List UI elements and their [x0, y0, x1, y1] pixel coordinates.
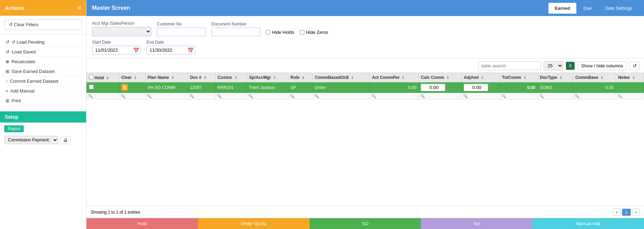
filter-role: 🔍: [288, 93, 313, 99]
cell-hold: [87, 82, 119, 93]
col-act-comm-per[interactable]: Act CommPer ⇕: [370, 73, 419, 82]
col-calc-comm[interactable]: Calc Comm ⇕: [419, 73, 462, 82]
hold-checkbox[interactable]: [89, 84, 94, 89]
setup-section-header: Setup: [0, 111, 86, 123]
commit-earned-item[interactable]: ↑ Commit Earned Dataset: [4, 76, 82, 86]
tab-date-settings[interactable]: Date Settings: [599, 3, 638, 14]
hide-zeros-group: Hide Zeros: [300, 30, 328, 36]
col-doc-num[interactable]: Doc # ⇕: [188, 73, 215, 82]
col-hold[interactable]: Hold ⇕: [87, 73, 119, 82]
cell-plan-name: 5% SO COMM: [145, 82, 188, 93]
print-setup-button[interactable]: 🖨: [60, 136, 70, 144]
col-role[interactable]: Role ⇕: [288, 73, 313, 82]
table-wrap: Hold ⇕ Clear ⇕ Plan Name ⇕ Doc # ⇕ Custn…: [86, 73, 644, 206]
end-date-wrap: 📅: [146, 46, 195, 54]
cell-notes: [616, 82, 644, 93]
prev-page-button[interactable]: ‹: [613, 208, 620, 216]
clear-filters-button[interactable]: ↺ Clear Filters: [4, 19, 82, 30]
acct-mgr-select[interactable]: [92, 27, 151, 36]
print-label: Print: [12, 98, 21, 103]
load-pending-item[interactable]: ↺ ↺ Load Pending: [4, 37, 82, 47]
page-size-select[interactable]: 25 10 50 100: [544, 61, 563, 71]
excel-export-button[interactable]: X: [566, 62, 575, 70]
acct-mgr-group: Acct Mgr./SalesPerson: [92, 21, 151, 36]
cell-act-comm-per: 0.00: [370, 82, 419, 93]
tab-due[interactable]: Due: [577, 3, 598, 14]
table-row: $ 5% SO COMM 12097 RRR101 Trent Jackson …: [87, 82, 644, 93]
tab-earned[interactable]: Earned: [548, 3, 576, 14]
start-date-calendar-icon[interactable]: 📅: [133, 47, 139, 53]
search-icon-3: 🔍: [147, 94, 152, 98]
col-custno[interactable]: Custno ⇕: [215, 73, 247, 82]
adj-amt-input[interactable]: [464, 84, 488, 91]
col-tot-comm[interactable]: TotComm ⇕: [500, 73, 538, 82]
filter-adj-amt: 🔍: [462, 93, 500, 99]
search-icon-13: 🔍: [539, 94, 544, 98]
cell-doc-type: SONO: [538, 82, 573, 93]
load-saved-icon: ↺: [6, 49, 9, 54]
col-comm-base[interactable]: CommBase ⇕: [573, 73, 616, 82]
commission-select[interactable]: Commission Payment:: [4, 136, 58, 144]
col-sp-acc-mgr[interactable]: Sp/AccMgr ⇕: [247, 73, 288, 82]
filter-calc-comm: 🔍: [419, 93, 462, 99]
add-manual-icon: +: [6, 88, 8, 94]
select-all-checkbox[interactable]: [89, 75, 93, 79]
col-doc-type[interactable]: DocType ⇕: [538, 73, 573, 82]
col-plan-name[interactable]: Plan Name ⇕: [145, 73, 188, 82]
hide-holds-group: Hide Holds: [266, 30, 294, 36]
top-bar: Master Screen Earned Due Date Settings: [86, 0, 644, 16]
document-number-input[interactable]: [211, 28, 260, 36]
cell-sp-acc-mgr: Trent Jackson: [247, 82, 288, 93]
end-date-group: End Date 📅: [146, 40, 195, 54]
col-clear[interactable]: Clear ⇕: [119, 73, 145, 82]
add-manual-item[interactable]: + Add Manual: [4, 86, 82, 96]
hide-holds-checkbox[interactable]: [266, 30, 270, 35]
clear-dollar-button[interactable]: $: [121, 84, 128, 91]
table-header-row: Hold ⇕ Clear ⇕ Plan Name ⇕ Doc # ⇕ Custn…: [87, 73, 644, 82]
acct-mgr-label: Acct Mgr./SalesPerson: [92, 21, 151, 26]
menu-icon[interactable]: ≡: [77, 4, 81, 12]
refresh-button[interactable]: ↺: [630, 61, 640, 70]
save-earned-item[interactable]: ⊞ Save Earned Dataset: [4, 67, 82, 76]
search-icon-14: 🔍: [575, 94, 579, 98]
save-earned-icon: ⊞: [6, 69, 9, 74]
load-saved-label: Load Saved: [12, 49, 36, 54]
filter-clear: 🔍: [119, 93, 145, 99]
filter-row-2: Start Date 📅 End Date 📅: [92, 40, 638, 54]
document-number-label: Document Number: [211, 22, 260, 27]
filter-notes: 🔍: [616, 93, 644, 99]
table-search-input[interactable]: [478, 61, 541, 70]
col-adj-amt[interactable]: AdjAmt ⇕: [462, 73, 500, 82]
actions-label: Actions: [5, 5, 24, 11]
filter-comm-based-on: 🔍: [313, 93, 370, 99]
cell-tot-comm: 0.00: [500, 82, 538, 93]
legend: Hold Under Quota SO Inv Manual Add: [86, 218, 644, 229]
hide-holds-label: Hide Holds: [272, 30, 294, 35]
col-comm-based-on[interactable]: CommBasedOn$ ⇕: [313, 73, 370, 82]
top-tabs: Earned Due Date Settings: [548, 3, 638, 14]
cell-doc-num: 12097: [188, 82, 215, 93]
cell-calc-comm: [419, 82, 462, 93]
load-pending-icon: ↺: [6, 39, 9, 45]
page-navigation: ‹ 1 ›: [613, 208, 640, 216]
customer-no-input[interactable]: [157, 28, 206, 36]
cell-clear: $: [119, 82, 145, 93]
sidebar-header: Actions ≡: [0, 0, 86, 16]
print-icon: ⊞: [6, 98, 9, 103]
next-page-button[interactable]: ›: [632, 208, 640, 216]
add-manual-label: Add Manual: [10, 88, 35, 94]
search-icon-11: 🔍: [463, 94, 468, 98]
load-saved-item[interactable]: ↺ Load Saved: [4, 47, 82, 57]
search-icon-4: 🔍: [189, 94, 194, 98]
col-notes[interactable]: Notes ⇕: [616, 73, 644, 82]
start-date-label: Start Date: [92, 40, 141, 45]
recalculate-label: Recalculate: [12, 59, 35, 64]
calc-comm-input[interactable]: [421, 84, 445, 91]
hide-zeros-checkbox[interactable]: [300, 30, 304, 35]
search-icon-6: 🔍: [248, 94, 253, 98]
end-date-calendar-icon[interactable]: 📅: [188, 47, 194, 53]
print-item[interactable]: ⊞ Print: [4, 96, 82, 106]
show-hide-columns-button[interactable]: Show / hide columns: [577, 61, 627, 70]
table-area: 25 10 50 100 X Show / hide columns ↺ Hol…: [86, 58, 644, 229]
recalculate-item[interactable]: ⊕ Recalculate: [4, 57, 82, 67]
